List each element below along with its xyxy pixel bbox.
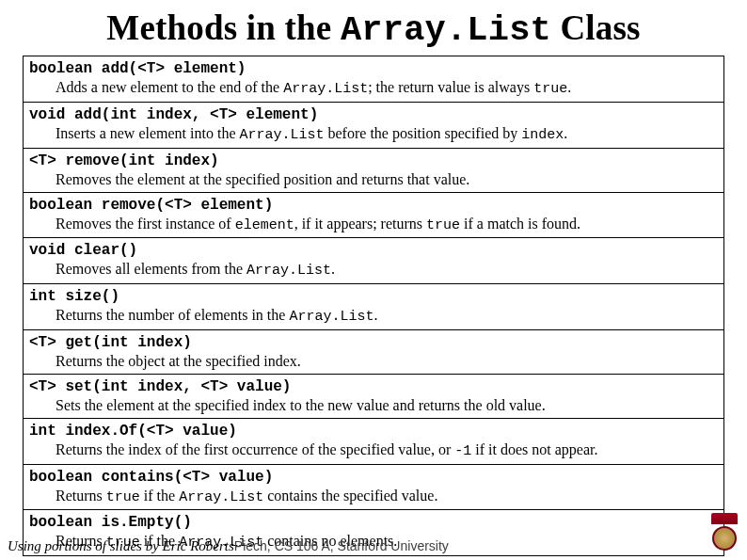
method-cell: <T> remove(int index)Removes the element… xyxy=(24,148,724,192)
footer-attribution: Using portions of slides by Eric Roberts xyxy=(8,538,234,553)
desc-text: if it does not appear. xyxy=(471,441,597,457)
desc-text: Returns the number of elements in the xyxy=(56,307,289,323)
method-signature: void clear() xyxy=(29,242,137,259)
logo-banner xyxy=(711,513,738,524)
slide-title: Methods in the Array.List Class xyxy=(23,8,724,50)
footer-course: Piech, CS 106 A, Stanford University xyxy=(234,538,449,553)
method-description: Returns the number of elements in the Ar… xyxy=(29,306,718,327)
method-description: Removes the first instance of element, i… xyxy=(29,215,718,235)
method-row: void add(int index, <T> element)Inserts … xyxy=(24,102,724,148)
method-cell: int size()Returns the number of elements… xyxy=(24,284,724,330)
method-description: Returns true if the Array.List contains … xyxy=(29,487,718,507)
stanford-logo xyxy=(711,513,738,552)
title-prefix: Methods in the xyxy=(106,8,341,47)
method-signature: boolean contains(<T> value) xyxy=(29,469,273,486)
code-token: element xyxy=(235,217,294,233)
code-token: Array.List xyxy=(246,263,331,279)
method-description: Returns the object at the specified inde… xyxy=(29,352,718,371)
desc-text: Returns the index of the first occurrenc… xyxy=(56,441,454,457)
methods-table: boolean add(<T> element)Adds a new eleme… xyxy=(23,56,724,556)
code-token: -1 xyxy=(454,443,471,459)
code-token: true xyxy=(106,489,140,505)
method-description: Removes the element at the specified pos… xyxy=(29,170,718,189)
desc-text: ; the return value is always xyxy=(368,79,533,95)
desc-text: Returns xyxy=(56,488,106,504)
method-cell: <T> set(int index, <T> value)Sets the el… xyxy=(24,374,724,418)
title-code: Array.List xyxy=(341,10,551,50)
desc-text: . xyxy=(564,125,567,141)
code-token: true xyxy=(426,217,460,233)
desc-text: Removes all elements from the xyxy=(56,261,246,277)
method-signature: <T> set(int index, <T> value) xyxy=(29,378,291,395)
desc-text: before the position specified by xyxy=(325,125,522,141)
desc-text: . xyxy=(374,307,377,323)
method-description: Inserts a new element into the Array.Lis… xyxy=(29,124,718,145)
method-description: Removes all elements from the Array.List… xyxy=(29,260,718,280)
desc-text: . xyxy=(567,79,571,95)
code-token: Array.List xyxy=(179,489,263,505)
code-token: Array.List xyxy=(283,81,368,97)
method-row: <T> get(int index)Returns the object at … xyxy=(24,329,724,374)
desc-text: if the xyxy=(140,488,179,504)
method-signature: void add(int index, <T> element) xyxy=(29,106,318,123)
method-description: Sets the element at the specified index … xyxy=(29,396,718,415)
logo-seal xyxy=(712,526,737,551)
slide-container: Methods in the Array.List Class boolean … xyxy=(0,0,747,556)
method-signature: int size() xyxy=(29,288,119,305)
desc-text: Inserts a new element into the xyxy=(56,125,240,141)
method-cell: <T> get(int index)Returns the object at … xyxy=(24,329,724,374)
method-row: boolean contains(<T> value)Returns true … xyxy=(24,464,724,510)
method-cell: void clear()Removes all elements from th… xyxy=(24,238,724,284)
method-signature: <T> remove(int index) xyxy=(29,152,219,169)
method-cell: boolean add(<T> element)Adds a new eleme… xyxy=(24,56,724,103)
method-cell: void add(int index, <T> element)Inserts … xyxy=(24,102,724,148)
desc-text: Adds a new element to the end of the xyxy=(56,79,283,95)
method-signature: boolean is.Empty() xyxy=(29,514,192,531)
method-signature: <T> get(int index) xyxy=(29,334,192,351)
method-cell: int index.Of(<T> value)Returns the index… xyxy=(24,418,724,464)
method-row: int index.Of(<T> value)Returns the index… xyxy=(24,418,724,464)
title-suffix: Class xyxy=(551,8,641,47)
method-row: void clear()Removes all elements from th… xyxy=(24,238,724,284)
code-token: Array.List xyxy=(289,309,374,325)
desc-text: if a match is found. xyxy=(460,216,580,232)
method-description: Adds a new element to the end of the Arr… xyxy=(29,78,718,99)
desc-text: , if it appears; returns xyxy=(294,216,426,232)
method-row: boolean add(<T> element)Adds a new eleme… xyxy=(24,56,724,103)
desc-text: Sets the element at the specified index … xyxy=(56,397,546,413)
method-row: int size()Returns the number of elements… xyxy=(24,284,724,330)
method-cell: boolean remove(<T> element)Removes the f… xyxy=(24,192,724,238)
method-description: Returns the index of the first occurrenc… xyxy=(29,440,718,461)
method-cell: boolean contains(<T> value)Returns true … xyxy=(24,464,724,510)
footer: Using portions of slides by Eric Roberts… xyxy=(8,538,449,554)
desc-text: Removes the element at the specified pos… xyxy=(56,171,469,187)
method-signature: int index.Of(<T> value) xyxy=(29,423,237,440)
method-signature: boolean add(<T> element) xyxy=(29,60,246,77)
code-token: index xyxy=(521,127,564,143)
desc-text: Removes the first instance of xyxy=(56,216,235,232)
code-token: true xyxy=(533,81,567,97)
desc-text: contains the specified value. xyxy=(263,488,437,504)
method-row: boolean remove(<T> element)Removes the f… xyxy=(24,192,724,238)
method-row: <T> remove(int index)Removes the element… xyxy=(24,148,724,192)
method-row: <T> set(int index, <T> value)Sets the el… xyxy=(24,374,724,418)
desc-text: . xyxy=(331,261,335,277)
code-token: Array.List xyxy=(240,127,325,143)
desc-text: Returns the object at the specified inde… xyxy=(56,353,301,369)
method-signature: boolean remove(<T> element) xyxy=(29,197,273,214)
